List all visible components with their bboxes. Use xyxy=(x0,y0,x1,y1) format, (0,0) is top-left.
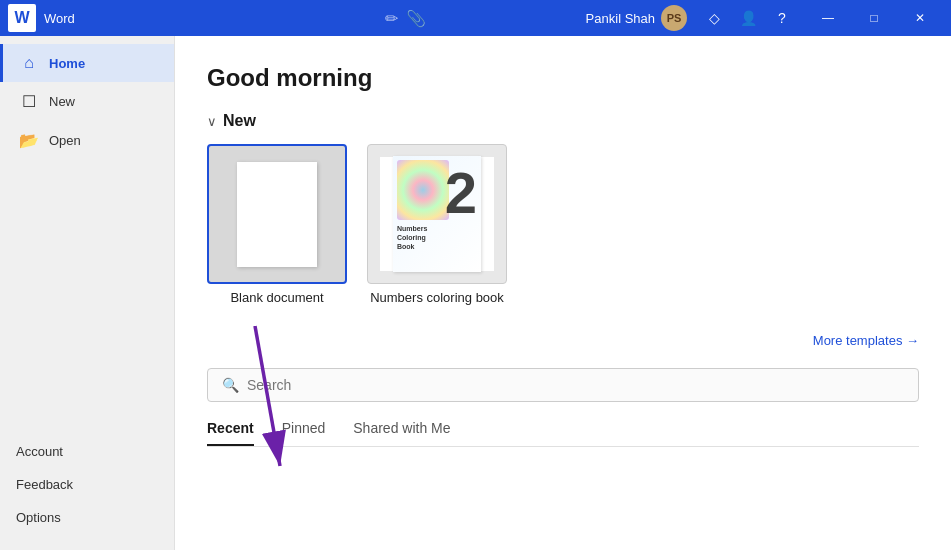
help-icon-btn[interactable]: ? xyxy=(767,3,797,33)
maximize-button[interactable]: □ xyxy=(851,0,897,36)
avatar[interactable]: PS xyxy=(661,5,687,31)
sidebar-item-home[interactable]: ⌂ Home xyxy=(0,44,174,82)
title-bar-center: ✏ 📎 xyxy=(225,9,586,28)
main-content: Good morning ∨ New Blank document xyxy=(175,36,951,467)
diamond-icon-btn[interactable]: ◇ xyxy=(699,3,729,33)
tab-pinned[interactable]: Pinned xyxy=(282,420,326,446)
app-logo: W xyxy=(8,4,36,32)
numbers-thumb-inner-wrap: 2 NumbersColoringBook xyxy=(380,157,494,271)
blank-thumb xyxy=(207,144,347,284)
section-chevron[interactable]: ∨ xyxy=(207,114,217,129)
title-bar-icons: ◇ 👤 ? xyxy=(699,3,797,33)
sidebar-item-feedback[interactable]: Feedback xyxy=(0,468,174,501)
sidebar-item-label-new: New xyxy=(49,94,75,109)
options-label: Options xyxy=(16,510,61,525)
minimize-button[interactable]: — xyxy=(805,0,851,36)
more-templates-row: More templates → xyxy=(207,333,919,348)
sidebar: ⌂ Home ☐ New 📂 Open Account Feedback Opt… xyxy=(0,36,175,550)
sidebar-item-open[interactable]: 📂 Open xyxy=(0,121,174,160)
app-name: Word xyxy=(44,11,225,26)
blank-label: Blank document xyxy=(230,290,323,305)
templates-row: Blank document 2 NumbersColoringBook xyxy=(207,144,919,305)
template-blank-card[interactable]: Blank document xyxy=(207,144,347,305)
numbers-book-bg: 2 NumbersColoringBook xyxy=(393,156,481,272)
account-label: Account xyxy=(16,444,63,459)
avatar-initials: PS xyxy=(667,12,682,24)
sidebar-item-account[interactable]: Account xyxy=(0,435,174,468)
numbers-book-text: NumbersColoringBook xyxy=(397,224,427,251)
numbers-book-preview: 2 NumbersColoringBook xyxy=(393,156,481,272)
numbers-big-digit: 2 xyxy=(445,164,477,222)
blank-page xyxy=(237,162,317,267)
tabs-row: Recent Pinned Shared with Me xyxy=(207,420,919,447)
section-title-new: New xyxy=(223,112,256,130)
home-icon: ⌂ xyxy=(19,54,39,72)
person-icon-btn[interactable]: 👤 xyxy=(733,3,763,33)
feedback-label: Feedback xyxy=(16,477,73,492)
search-bar[interactable]: 🔍 xyxy=(207,368,919,402)
tab-shared[interactable]: Shared with Me xyxy=(353,420,450,446)
greeting: Good morning xyxy=(207,64,919,92)
new-section-header: ∨ New xyxy=(207,112,919,130)
paperclip-icon: 📎 xyxy=(406,9,426,28)
sidebar-bottom: Account Feedback Options xyxy=(0,427,174,550)
more-templates-link[interactable]: More templates → xyxy=(813,333,919,348)
template-numbers-card[interactable]: 2 NumbersColoringBook Numbers coloring b… xyxy=(367,144,507,305)
numbers-thumb: 2 NumbersColoringBook xyxy=(367,144,507,284)
numbers-label: Numbers coloring book xyxy=(370,290,504,305)
sidebar-item-label-home: Home xyxy=(49,56,85,71)
open-icon: 📂 xyxy=(19,131,39,150)
sidebar-item-options[interactable]: Options xyxy=(0,501,174,534)
sidebar-item-label-open: Open xyxy=(49,133,81,148)
search-icon: 🔍 xyxy=(222,377,239,393)
user-name: Pankil Shah xyxy=(586,11,655,26)
sidebar-top: ⌂ Home ☐ New 📂 Open xyxy=(0,36,174,427)
tab-recent[interactable]: Recent xyxy=(207,420,254,446)
logo-letter: W xyxy=(14,9,29,27)
sidebar-item-new[interactable]: ☐ New xyxy=(0,82,174,121)
app-body: ⌂ Home ☐ New 📂 Open Account Feedback Opt… xyxy=(0,36,951,550)
window-controls: — □ ✕ xyxy=(805,0,943,36)
pen-icon: ✏ xyxy=(385,9,398,28)
new-icon: ☐ xyxy=(19,92,39,111)
numbers-pattern xyxy=(397,160,449,220)
search-input[interactable] xyxy=(247,377,904,393)
main-wrapper: Good morning ∨ New Blank document xyxy=(175,36,951,550)
title-bar: W Word ✏ 📎 Pankil Shah PS ◇ 👤 ? — □ ✕ xyxy=(0,0,951,36)
user-info[interactable]: Pankil Shah PS xyxy=(586,5,687,31)
close-button[interactable]: ✕ xyxy=(897,0,943,36)
